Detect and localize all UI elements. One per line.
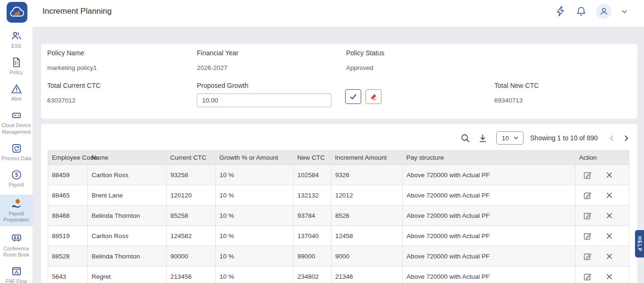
sidebar-item-label: FNF Flow — [6, 278, 27, 283]
edit-icon — [584, 171, 592, 179]
edit-row-button[interactable] — [583, 190, 593, 200]
sidebar-item-policy[interactable]: Policy — [0, 56, 33, 77]
help-tab-button[interactable]: HELP — [635, 230, 644, 257]
cell-pay-structure: Above 720000 with Actual PF — [403, 185, 576, 206]
edit-row-button[interactable] — [583, 170, 593, 180]
policy-name-value: marketing policy1 — [47, 64, 97, 71]
chevron-down-icon — [513, 135, 519, 141]
dollar-circle-icon: $ — [11, 169, 22, 180]
policy-status-field: Policy Status Approved — [346, 49, 384, 71]
total-current-ctc-value: 63037012 — [47, 97, 101, 104]
person-icon — [598, 5, 610, 17]
increment-table: Employee Code Name Current CTC Growth % … — [48, 150, 629, 283]
total-new-ctc-field: Total New CTC 69340713 — [494, 82, 539, 104]
cell-current-ctc: 213456 — [167, 266, 216, 283]
cell-employee-code: 88459 — [48, 165, 88, 185]
sidebar-item-label: Payroll Preperation — [1, 211, 32, 223]
col-new-ctc: New CTC — [294, 151, 331, 165]
edit-row-button[interactable] — [583, 251, 593, 261]
cell-action — [576, 165, 629, 185]
delete-row-button[interactable] — [605, 232, 614, 240]
clear-growth-button[interactable] — [365, 89, 381, 104]
policy-status-value: Approved — [346, 64, 384, 71]
total-current-ctc-field: Total Current CTC 63037012 — [47, 82, 101, 104]
sidebar-item-label: Payroll — [8, 182, 24, 188]
cell-employee-code: 5643 — [48, 266, 88, 283]
edit-row-button[interactable] — [583, 231, 593, 241]
svg-text:$: $ — [15, 172, 18, 178]
bell-icon — [576, 6, 587, 17]
app-logo[interactable] — [7, 2, 27, 23]
cell-pay-structure: Above 720000 with Actual PF — [403, 246, 576, 266]
delete-row-button[interactable] — [605, 191, 614, 200]
policy-name-label: Policy Name — [47, 49, 97, 57]
delete-row-button[interactable] — [605, 272, 614, 281]
chevron-down-icon — [621, 8, 628, 15]
hand-coin-icon: $ — [11, 198, 22, 209]
next-page-button[interactable] — [623, 135, 630, 142]
sidebar-item-fnf-flow[interactable]: FNF Flow — [0, 265, 33, 283]
financial-year-label: Financial Year — [197, 49, 238, 57]
cell-new-ctc: 132132 — [294, 185, 331, 206]
sidebar-item-payroll[interactable]: $ Payroll — [0, 168, 33, 189]
sidebar-item-label: Conference Room Book — [1, 246, 32, 258]
table-search-button[interactable] — [460, 133, 470, 143]
financial-year-field: Financial Year 2026-2027 — [197, 49, 238, 71]
sidebar-item-ess[interactable]: ESS — [0, 29, 33, 50]
close-icon — [606, 253, 613, 260]
flow-chart-icon — [11, 266, 22, 277]
apply-growth-button[interactable] — [345, 89, 361, 104]
quick-actions-button[interactable] — [555, 6, 566, 17]
delete-row-button[interactable] — [605, 171, 614, 180]
edit-icon — [584, 212, 592, 220]
cell-name: Regret — [88, 266, 167, 283]
notifications-button[interactable] — [576, 6, 587, 17]
cell-growth: 10 % — [216, 246, 294, 266]
page-size-select[interactable]: 10 — [496, 131, 524, 145]
cell-name: Belinda Thornton — [88, 206, 167, 226]
col-name: Name — [88, 151, 167, 165]
profile-menu-toggle[interactable] — [621, 8, 628, 15]
col-action: Action — [576, 151, 629, 165]
cell-pay-structure: Above 720000 with Actual PF — [403, 165, 576, 185]
sidebar-item-conference-room-book[interactable]: Conference Room Book — [0, 232, 33, 259]
sidebar-item-alert[interactable]: Cloud Device Management Alert — [0, 82, 33, 103]
cell-increment-amount: 9000 — [331, 246, 403, 266]
edit-row-button[interactable] — [583, 211, 593, 221]
table-row: 88465 Brent Lane 120120 10 % 132132 1201… — [48, 185, 629, 206]
check-icon — [349, 93, 357, 101]
cloud-chart-logo-icon — [8, 4, 25, 21]
cell-employee-code: 88468 — [48, 206, 88, 226]
cell-current-ctc: 85258 — [167, 206, 216, 226]
cell-name: Carlton Ross — [88, 226, 167, 246]
policy-name-field: Policy Name marketing policy1 — [47, 49, 97, 71]
table-download-button[interactable] — [478, 133, 488, 143]
edit-icon — [584, 273, 592, 281]
pagination-status: Showing 1 to 10 of 890 — [530, 134, 598, 142]
page-title: Increment Planning — [42, 7, 111, 16]
sidebar-item-payroll-preperation[interactable]: $ Payroll Preperation — [0, 195, 33, 226]
cell-new-ctc: 102584 — [294, 165, 331, 185]
previous-page-button[interactable] — [608, 135, 615, 142]
sidebar-item-cloud-device-management[interactable]: Cloud Device Management — [0, 109, 33, 136]
edit-icon — [584, 232, 592, 240]
user-avatar-button[interactable] — [596, 4, 611, 19]
edit-row-button[interactable] — [583, 272, 593, 282]
delete-row-button[interactable] — [605, 252, 614, 261]
cell-name: Belinda Thornton — [88, 246, 167, 266]
search-icon — [460, 133, 470, 143]
total-new-ctc-value: 69340713 — [494, 97, 539, 104]
device-icon — [11, 110, 22, 121]
main-content: Policy Name marketing policy1 Financial … — [33, 26, 644, 283]
chevron-left-icon — [608, 135, 615, 142]
cell-employee-code: 88465 — [48, 185, 88, 206]
proposed-growth-input[interactable] — [197, 94, 331, 107]
close-icon — [606, 212, 613, 219]
delete-row-button[interactable] — [605, 211, 614, 220]
eraser-icon — [369, 93, 378, 101]
close-icon — [606, 192, 613, 199]
table-row: 5643 Regret 213456 10 % 234802 21346 Abo… — [48, 266, 629, 283]
cell-current-ctc: 90000 — [167, 246, 216, 266]
sidebar-item-process-data[interactable]: Process Data — [0, 142, 33, 163]
cell-action — [576, 226, 629, 246]
